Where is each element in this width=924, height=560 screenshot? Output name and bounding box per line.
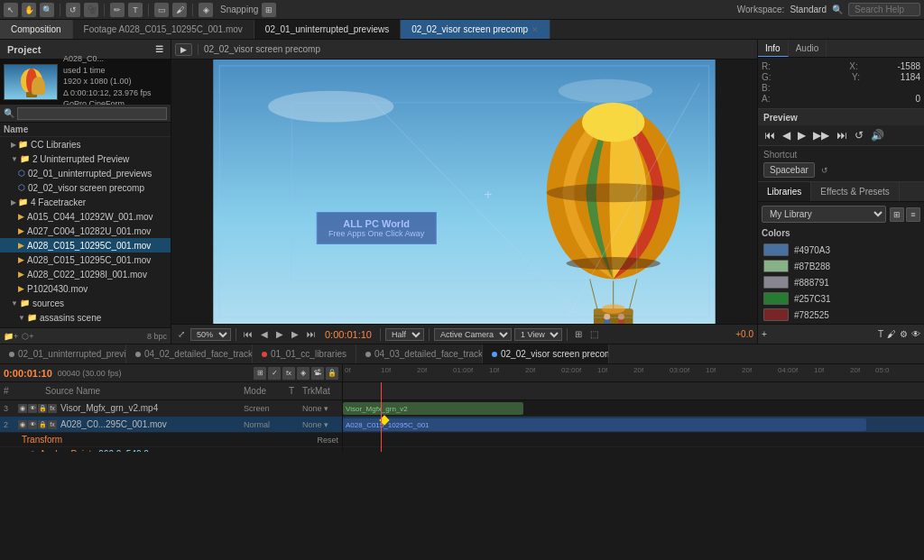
tl-tab-2[interactable]: 01_01_cc_libraries bbox=[253, 344, 356, 363]
grid-btn[interactable]: ⊞ bbox=[572, 329, 585, 339]
tab-comp2[interactable]: 02_02_visor screen precomp ✕ bbox=[401, 20, 550, 39]
tl-eye-icon[interactable]: 👁 bbox=[28, 404, 37, 413]
effects-presets-tab[interactable]: Effects & Presets bbox=[811, 182, 900, 201]
tl-lock-icon-2[interactable]: 🔒 bbox=[38, 420, 47, 429]
tree-assasins-scene[interactable]: ▼📁assasins scene bbox=[0, 310, 171, 325]
color-item-1[interactable]: #87B288 bbox=[762, 258, 920, 274]
tree-comp-01[interactable]: ⬡02_01_uninterrupted_previews bbox=[0, 166, 171, 180]
tree-A028-2[interactable]: ▶A028_C015_10295C_001.mov bbox=[0, 252, 171, 267]
workspace-value[interactable]: Standard bbox=[790, 5, 827, 14]
tl-layer-mode-3[interactable]: Screen bbox=[244, 404, 289, 413]
color-item-4[interactable]: #782525 bbox=[762, 307, 920, 323]
tool-pen[interactable]: ✏ bbox=[110, 3, 125, 17]
safe-zones-btn[interactable]: ⬚ bbox=[587, 329, 601, 339]
eye-icon[interactable]: 👁 bbox=[911, 329, 920, 339]
libraries-tab[interactable]: Libraries bbox=[758, 182, 811, 201]
tl-fx-icon[interactable]: fx bbox=[48, 404, 57, 413]
next-frame-btn[interactable]: ⏭ bbox=[304, 329, 319, 339]
tree-comp-02[interactable]: ⬡02_02_visor screen precomp bbox=[0, 180, 171, 195]
tool-zoom[interactable]: 🔍 bbox=[40, 3, 54, 17]
tool-camera[interactable]: 🎥 bbox=[84, 3, 98, 17]
tree-2-uninterrupted[interactable]: ▼📁2 Uninterrupted Preview bbox=[0, 151, 171, 166]
tl-btn-4[interactable]: ◈ bbox=[297, 367, 310, 380]
tl-fx-icon-2[interactable]: fx bbox=[48, 420, 57, 429]
tree-A015[interactable]: ▶A015_C044_10292W_001.mov bbox=[0, 209, 171, 224]
library-select[interactable]: My Library bbox=[762, 206, 886, 223]
bpc-label[interactable]: 8 bpc bbox=[147, 332, 167, 341]
project-search-input[interactable] bbox=[17, 107, 167, 120]
quality-select[interactable]: Half bbox=[385, 328, 424, 341]
tab-comp1[interactable]: 02_01_uninterrupted_previews bbox=[254, 20, 401, 39]
settings-icon[interactable]: ⚙ bbox=[900, 329, 908, 339]
tl-clip-2[interactable]: A028_C015_10295C_001 bbox=[343, 418, 866, 431]
tl-subrow-transform[interactable]: Transform Reset bbox=[0, 433, 342, 447]
tl-btn-2[interactable]: ✓ bbox=[268, 367, 281, 380]
tl-layer-trimmod-2[interactable]: None ▾ bbox=[302, 420, 338, 429]
camera-select[interactable]: Active Camera bbox=[434, 328, 512, 341]
shortcut-value[interactable]: Spacebar bbox=[763, 162, 815, 178]
tool-hand[interactable]: ✋ bbox=[22, 3, 36, 17]
info-tab[interactable]: Info bbox=[758, 40, 789, 57]
tool-brush[interactable]: 🖌 bbox=[172, 3, 187, 17]
tl-transform-label[interactable]: Transform bbox=[22, 435, 62, 445]
project-menu-icon[interactable]: ☰ bbox=[155, 44, 163, 54]
tl-layer-3[interactable]: 3 ◉ 👁 🔒 fx Visor_Mgfx_grn_v2.mp4 Screen … bbox=[0, 400, 342, 417]
tl-layer-trimmod-3[interactable]: None ▾ bbox=[302, 404, 338, 413]
tl-eye-icon-2[interactable]: 👁 bbox=[28, 420, 37, 429]
tool-rotate[interactable]: ↺ bbox=[66, 3, 80, 17]
new-folder-icon[interactable]: 📁+ bbox=[4, 332, 18, 341]
tl-tab-4[interactable]: 02_02_visor screen precomp ✕ bbox=[483, 344, 609, 363]
color-item-3[interactable]: #257C31 bbox=[762, 290, 920, 307]
tree-A028-3[interactable]: ▶A028_C022_10298I_001.mov bbox=[0, 267, 171, 281]
search-help-input[interactable] bbox=[848, 3, 920, 16]
fit-to-window-btn[interactable]: ⤢ bbox=[175, 329, 188, 339]
tl-reset-label[interactable]: Reset bbox=[317, 436, 338, 445]
tree-sources[interactable]: ▼📁sources bbox=[0, 296, 171, 310]
tl-playhead[interactable] bbox=[381, 382, 382, 452]
shortcut-reset-btn[interactable]: ↺ bbox=[821, 166, 828, 175]
color-item-0[interactable]: #4970A3 bbox=[762, 242, 920, 258]
tl-btn-6[interactable]: 🔒 bbox=[326, 367, 338, 380]
tl-btn-3[interactable]: fx bbox=[282, 367, 295, 380]
tab-composition[interactable]: Composition bbox=[0, 20, 73, 39]
step-fwd-btn[interactable]: ▶ bbox=[289, 329, 301, 339]
text-tool-icon[interactable]: T bbox=[878, 329, 883, 339]
add-content-icon[interactable]: + bbox=[762, 329, 767, 339]
tl-layer-2[interactable]: 2 ◉ 👁 🔒 fx A028_C0...295C_001.mov Normal… bbox=[0, 417, 342, 433]
color-item-2[interactable]: #888791 bbox=[762, 274, 920, 290]
always-preview-btn[interactable]: ▶ bbox=[175, 43, 192, 56]
tl-anchor-label[interactable]: Anchor Point bbox=[40, 449, 91, 452]
preview-first-btn[interactable]: ⏮ bbox=[762, 128, 778, 142]
brush-tool-icon[interactable]: 🖌 bbox=[887, 329, 896, 339]
tree-cc-libraries[interactable]: ▶📁CC Libraries bbox=[0, 137, 171, 151]
preview-next-btn[interactable]: ▶▶ bbox=[810, 128, 832, 142]
tl-tab-3[interactable]: 04_03_detailed_face_tracker bbox=[356, 344, 483, 363]
preview-play-btn[interactable]: ▶ bbox=[795, 128, 808, 142]
zoom-select[interactable]: 50% bbox=[190, 328, 231, 341]
tree-A028-sel[interactable]: ▶A028_C015_10295C_001.mov bbox=[0, 238, 171, 252]
tl-solo-icon[interactable]: ◉ bbox=[18, 404, 27, 413]
lib-list-view-btn[interactable]: ≡ bbox=[906, 207, 920, 222]
viewer-area[interactable]: + ALL PC World Free Apps One Click Away bbox=[171, 60, 757, 324]
tree-A027[interactable]: ▶A027_C004_10282U_001.mov bbox=[0, 224, 171, 238]
preview-loop-btn[interactable]: ↺ bbox=[852, 128, 866, 142]
views-select[interactable]: 1 View bbox=[514, 328, 562, 341]
lib-grid-view-btn[interactable]: ⊞ bbox=[890, 207, 904, 222]
snapping-icon[interactable]: ⊞ bbox=[262, 3, 276, 17]
tl-stopwatch-anchor[interactable]: ⊙ bbox=[29, 449, 36, 452]
tree-4-facetracker[interactable]: ▶📁4 Facetracker bbox=[0, 195, 171, 209]
tool-selection[interactable]: ↖ bbox=[4, 3, 18, 17]
tool-puppet[interactable]: ◈ bbox=[199, 3, 213, 17]
tl-clip-3[interactable]: Visor_Mgfx_grn_v2 bbox=[343, 402, 523, 415]
tl-subrow-anchor[interactable]: ⊙ Anchor Point 960.0, 540.0 bbox=[0, 447, 342, 452]
tree-P1020430[interactable]: ▶P1020430.mov bbox=[0, 281, 171, 296]
audio-tab[interactable]: Audio bbox=[789, 40, 827, 57]
tab-comp2-close[interactable]: ✕ bbox=[531, 25, 539, 34]
tl-layer-mode-2[interactable]: Normal bbox=[244, 420, 289, 429]
tl-solo-icon-2[interactable]: ◉ bbox=[18, 420, 27, 429]
new-comp-icon[interactable]: ⬡+ bbox=[22, 332, 33, 341]
tool-shape[interactable]: ▭ bbox=[154, 3, 169, 17]
tl-btn-5[interactable]: 📽 bbox=[311, 367, 324, 380]
tl-tab-0[interactable]: 02_01_uninterrupted_previews bbox=[0, 344, 126, 363]
prev-frame-btn[interactable]: ⏮ bbox=[241, 329, 255, 339]
